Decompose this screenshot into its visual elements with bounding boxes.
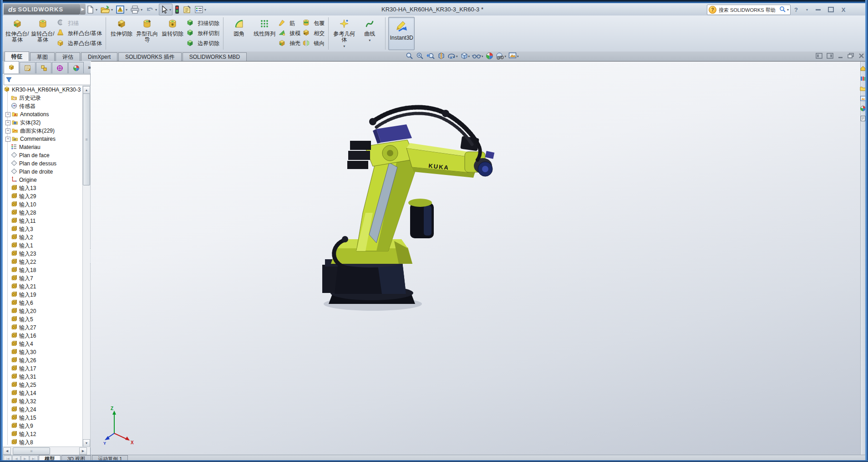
view-orientation-caret[interactable]: ▾ <box>456 55 458 58</box>
instant3d-button[interactable]: Instant3D <box>388 17 415 50</box>
edit-appearance-button[interactable] <box>485 52 494 61</box>
tree-expander[interactable]: + <box>5 112 10 117</box>
extruded-cut-button[interactable]: 拉伸切除 <box>109 17 134 50</box>
dimxpertmanager-tab[interactable] <box>52 62 67 73</box>
print-button[interactable]: ▾ <box>129 4 143 15</box>
tree-item-imported[interactable]: 输入32 <box>3 397 82 406</box>
wrap-button[interactable]: 包覆 <box>302 18 325 28</box>
tab-mbd[interactable]: SOLIDWORKS MBD <box>183 52 247 61</box>
lofted-cut-button[interactable]: 放样切割 <box>186 28 219 38</box>
tree-item-imported[interactable]: 输入8 <box>3 438 82 447</box>
section-view-button[interactable] <box>437 52 446 61</box>
tree-item-imported[interactable]: 输入23 <box>3 250 82 258</box>
revolved-boss-button[interactable]: 旋转凸台/基体 <box>30 17 56 50</box>
undo-button[interactable]: ▾ <box>144 4 158 15</box>
help-caret[interactable]: ▾ <box>804 5 810 14</box>
apply-scene-caret[interactable]: ▾ <box>505 55 507 58</box>
undo-caret[interactable]: ▾ <box>155 8 157 12</box>
tab-sketch[interactable]: 草图 <box>30 52 55 61</box>
hole-wizard-button[interactable]: 异型孔向导 <box>134 17 160 50</box>
select-button[interactable]: ▾ <box>159 4 173 15</box>
tree-item-imported[interactable]: 输入10 <box>3 200 82 209</box>
zoom-area-button[interactable] <box>416 52 425 61</box>
tree-item-imported[interactable]: 输入28 <box>3 209 82 217</box>
tree-item-imported[interactable]: 输入3 <box>3 225 82 233</box>
tree-item-plane[interactable]: Plan de dessus <box>3 159 82 168</box>
tree-item-imported[interactable]: 输入11 <box>3 217 82 225</box>
tree-item-history[interactable]: 历史记录 <box>3 94 82 102</box>
make-drawing-caret[interactable]: ▾ <box>126 8 127 12</box>
tree-item-imported[interactable]: 输入15 <box>3 414 82 422</box>
swept-cut-button[interactable]: 扫描切除 <box>186 18 219 28</box>
tree-item-imported[interactable]: 输入21 <box>3 282 82 291</box>
new-document-caret[interactable]: ▾ <box>96 8 97 12</box>
new-document-button[interactable]: ▾ <box>85 4 98 15</box>
rebuild-button[interactable] <box>173 4 181 15</box>
previous-view-button[interactable] <box>426 52 436 61</box>
tree-expander[interactable]: + <box>5 137 10 142</box>
tree-item-sensors[interactable]: 传感器 <box>3 102 82 110</box>
lofted-boss-button[interactable]: 放样凸台/基体 <box>56 28 102 38</box>
fillet-button[interactable]: 圆角 <box>226 17 252 50</box>
zoom-fit-button[interactable] <box>405 52 414 61</box>
scroll-left-arrow[interactable]: ◀ <box>3 447 11 455</box>
rib-button[interactable]: 筋 <box>278 18 300 28</box>
horizontal-scroll-thumb[interactable]: ≡ <box>13 447 50 455</box>
tree-item-surffolder[interactable]: +曲面实体(229) <box>3 127 82 135</box>
print-caret[interactable]: ▾ <box>141 8 142 12</box>
tree-item-imported[interactable]: 输入4 <box>3 340 82 348</box>
tree-item-imported[interactable]: 输入5 <box>3 315 82 323</box>
open-button[interactable]: ▾ <box>99 4 114 15</box>
tree-item-imported[interactable]: 输入17 <box>3 364 82 373</box>
tree-item-material[interactable]: Materiau <box>3 143 82 151</box>
reference-geometry-caret[interactable]: ▾ <box>343 43 345 49</box>
tree-vertical-scrollbar[interactable]: ▲ ≡ ▼ <box>82 86 91 447</box>
file-properties-button[interactable] <box>182 4 193 15</box>
tree-item-imported[interactable]: 输入1 <box>3 241 82 250</box>
propertymanager-tab[interactable] <box>20 62 35 73</box>
view-orientation-button[interactable]: A▾ <box>447 52 458 61</box>
tree-item-annotations[interactable]: +AAnnotations <box>3 110 82 118</box>
tree-item-imported[interactable]: 输入6 <box>3 299 82 307</box>
draft-button[interactable]: 拔模 <box>278 28 300 38</box>
tree-item-imported[interactable]: 输入16 <box>3 332 82 340</box>
tree-expander[interactable]: + <box>5 120 10 125</box>
tree-item-comments[interactable]: +Commentaires <box>3 135 82 143</box>
doc-close-button[interactable] <box>858 53 864 60</box>
tree-filter-bar[interactable] <box>4 74 91 85</box>
options-caret[interactable]: ▾ <box>204 8 206 12</box>
featuremanager-tab[interactable] <box>4 61 19 73</box>
scroll-down-arrow[interactable]: ▼ <box>83 439 90 447</box>
display-style-button[interactable]: ▾ <box>460 52 471 61</box>
tree-item-plane[interactable]: Plan de droite <box>3 168 82 176</box>
intersect-button[interactable]: 相交 <box>302 28 325 38</box>
search-input[interactable] <box>718 7 779 13</box>
tree-item-imported[interactable]: 输入25 <box>3 381 82 389</box>
restore-button[interactable] <box>826 5 836 14</box>
tree-item-plane[interactable]: Plan de face <box>3 151 82 159</box>
open-caret[interactable]: ▾ <box>111 8 113 12</box>
tree-item-imported[interactable]: 输入27 <box>3 323 82 332</box>
tree-item-imported[interactable]: 输入29 <box>3 192 82 200</box>
boundary-cut-button[interactable]: 边界切除 <box>186 39 219 49</box>
shell-button[interactable]: 抽壳 <box>278 39 300 49</box>
tree-item-imported[interactable]: 输入30 <box>3 348 82 356</box>
curves-button[interactable]: 曲线▾ <box>357 17 382 50</box>
search-options-caret[interactable]: ▾ <box>787 8 789 12</box>
extruded-boss-button[interactable]: 拉伸凸台/基体 <box>5 17 30 50</box>
tree-root-item[interactable]: KR30-HA_KR60HA_KR30-3 <box>3 86 82 94</box>
swept-boss-button[interactable]: 扫描 <box>56 18 102 28</box>
search-icon[interactable] <box>779 6 786 14</box>
doc-prev-window-button[interactable] <box>816 53 822 60</box>
curves-caret[interactable]: ▾ <box>369 37 371 43</box>
boundary-boss-button[interactable]: 边界凸台/基体 <box>56 39 102 49</box>
linear-pattern-button[interactable]: 线性阵列 <box>252 17 277 50</box>
robot-model[interactable]: KUKA <box>305 98 559 380</box>
tab-features[interactable]: 特征 <box>5 51 29 61</box>
tab-dimxpert[interactable]: DimXpert <box>81 52 117 61</box>
mirror-button[interactable]: 镜向 <box>302 39 325 49</box>
options-button[interactable]: ▾ <box>193 4 207 15</box>
tree-item-imported[interactable]: 输入19 <box>3 291 82 299</box>
revolved-cut-button[interactable]: 旋转切除 <box>160 17 185 50</box>
vertical-scroll-thumb[interactable]: ≡ <box>83 93 90 185</box>
